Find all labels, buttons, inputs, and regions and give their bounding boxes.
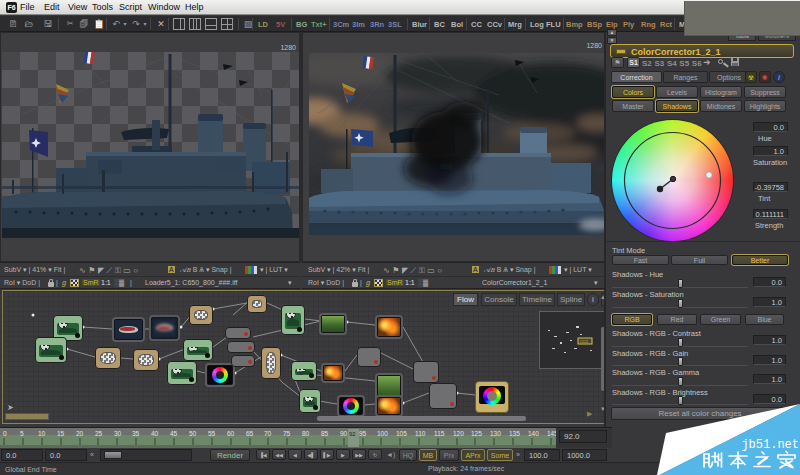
svg-text:125: 125 <box>471 430 482 437</box>
svg-text:10: 10 <box>38 430 46 437</box>
svg-text:50: 50 <box>189 430 197 437</box>
svg-text:55: 55 <box>208 430 216 437</box>
svg-text:110: 110 <box>415 430 426 437</box>
svg-text:135: 135 <box>509 430 520 437</box>
svg-text:80: 80 <box>302 430 310 437</box>
svg-text:15: 15 <box>57 430 65 437</box>
svg-text:105: 105 <box>396 430 407 437</box>
svg-text:30: 30 <box>114 430 122 437</box>
svg-text:CC1: CC1 <box>580 339 589 344</box>
svg-text:70: 70 <box>264 430 272 437</box>
svg-text:5: 5 <box>20 430 24 437</box>
svg-text:65: 65 <box>246 430 254 437</box>
svg-text:25: 25 <box>95 430 103 437</box>
svg-text:45: 45 <box>170 430 178 437</box>
svg-text:85: 85 <box>321 430 329 437</box>
svg-text:60: 60 <box>227 430 235 437</box>
svg-text:115: 115 <box>434 430 445 437</box>
svg-text:100: 100 <box>377 430 388 437</box>
svg-text:75: 75 <box>283 430 291 437</box>
svg-text:40: 40 <box>151 430 159 437</box>
svg-text:95: 95 <box>359 430 367 437</box>
svg-text:140: 140 <box>528 430 539 437</box>
svg-text:0: 0 <box>3 430 7 437</box>
svg-text:90: 90 <box>340 430 348 437</box>
svg-text:jb51.net: jb51.net <box>741 438 799 452</box>
svg-text:130: 130 <box>490 430 501 437</box>
svg-text:20: 20 <box>76 430 84 437</box>
svg-text:92: 92 <box>349 431 356 437</box>
svg-text:120: 120 <box>453 430 464 437</box>
svg-text:35: 35 <box>132 430 140 437</box>
